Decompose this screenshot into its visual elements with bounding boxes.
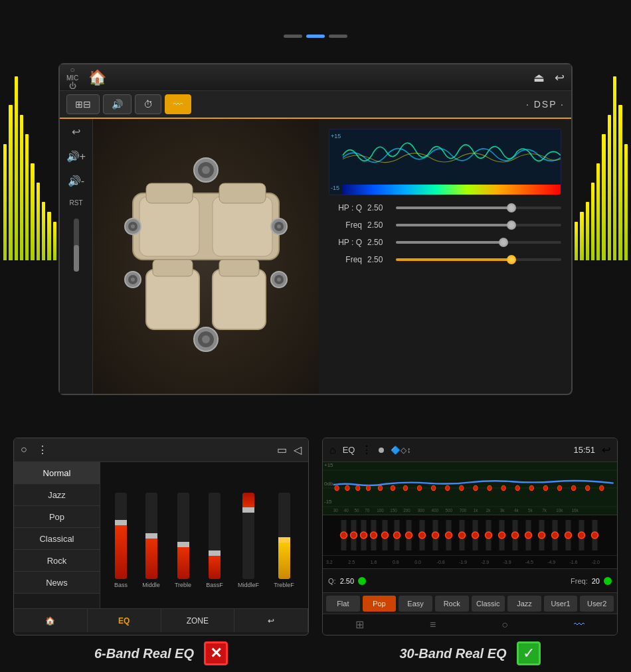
- svg-point-99: [432, 532, 439, 539]
- freq-value: 20: [592, 577, 600, 585]
- slider-4-track[interactable]: [396, 258, 561, 261]
- freq-lbl: -2.9: [481, 560, 503, 564]
- svg-text:150: 150: [390, 508, 397, 513]
- svg-point-31: [345, 485, 349, 490]
- tab-wave[interactable]: 〰: [165, 94, 191, 114]
- eq-bar: [9, 105, 12, 260]
- slider-2-track[interactable]: [396, 224, 561, 226]
- svg-point-94: [371, 532, 377, 539]
- fader-bassf-track[interactable]: [209, 493, 221, 579]
- fader-bass-label: Bass: [114, 582, 128, 588]
- slider-1-track[interactable]: [396, 207, 561, 209]
- preset-news[interactable]: News: [14, 572, 100, 594]
- svg-point-104: [499, 532, 505, 539]
- car-interior-svg: [113, 153, 299, 359]
- volume-up-icon[interactable]: 🔊+: [66, 150, 86, 163]
- circle-icon-bottom[interactable]: ○: [501, 619, 508, 631]
- nav-zone[interactable]: ZONE: [161, 609, 235, 632]
- preset-normal[interactable]: Normal: [14, 462, 100, 484]
- menu-icon[interactable]: ⋮: [37, 444, 48, 456]
- nav-home[interactable]: 🏠: [14, 609, 88, 632]
- preset-rock-30[interactable]: Rock: [435, 596, 469, 612]
- panel-6band: ○ ⋮ ▭ ◁ Normal Jazz Pop Classical Rock N…: [13, 438, 309, 635]
- eq-bar: [580, 212, 583, 260]
- eq-y-bottom: -15: [331, 185, 341, 191]
- volume-slider[interactable]: [74, 218, 79, 272]
- tab-speaker[interactable]: 🔊: [103, 94, 132, 114]
- lines-icon[interactable]: ≡: [430, 619, 436, 631]
- preset-pop[interactable]: Pop: [14, 506, 100, 528]
- eq-bar: [42, 202, 45, 260]
- svg-point-30: [335, 485, 339, 490]
- fader-treblef-track[interactable]: [278, 493, 290, 579]
- svg-point-101: [459, 532, 466, 539]
- slider-3-fill: [396, 241, 503, 244]
- q-value: 2.50: [340, 577, 354, 585]
- preset-pop-30[interactable]: Pop: [363, 596, 397, 612]
- freq-lbl: 0.8: [393, 560, 414, 564]
- freq-dot[interactable]: [604, 577, 612, 585]
- dot-2[interactable]: [306, 35, 325, 38]
- back-button[interactable]: ↩: [555, 70, 565, 85]
- svg-text:16k: 16k: [571, 508, 579, 513]
- fader-treble-track[interactable]: [177, 493, 189, 579]
- slider-4-thumb[interactable]: [507, 255, 516, 264]
- preset-easy[interactable]: Easy: [399, 596, 432, 612]
- svg-point-93: [361, 532, 367, 539]
- fader-treble: Treble: [175, 493, 191, 588]
- slider-2-value: 2.50: [367, 220, 391, 230]
- svg-text:400: 400: [431, 508, 438, 513]
- tab-equalizer[interactable]: ⊞⊟: [66, 94, 100, 114]
- svg-point-98: [419, 532, 426, 539]
- svg-point-33: [366, 485, 370, 490]
- dot-3[interactable]: [329, 35, 347, 38]
- eject-button[interactable]: ⏏: [533, 70, 545, 85]
- panel-6band-bottom-nav: 🏠 EQ ZONE ↩: [14, 608, 308, 632]
- back-icon-30band[interactable]: ↩: [602, 444, 610, 456]
- wave-icon-bottom[interactable]: 〰: [574, 619, 585, 631]
- svg-rect-3: [146, 183, 193, 203]
- tab-clock[interactable]: ⏱: [135, 94, 161, 114]
- preset-classic[interactable]: Classic: [472, 596, 505, 612]
- fader-bass: Bass: [114, 493, 128, 588]
- eq-bars-left: [0, 66, 60, 260]
- svg-rect-1: [139, 197, 199, 256]
- square-icon[interactable]: ▭: [277, 444, 287, 456]
- home-icon-30band[interactable]: ⌂: [329, 444, 336, 456]
- grid-icon[interactable]: ⊞: [355, 618, 364, 631]
- panel-30-controls: Q: 2.50 Freq: 20: [323, 568, 617, 592]
- rst-label[interactable]: RST: [70, 199, 83, 207]
- svg-point-26: [202, 335, 210, 343]
- slider-3-thumb[interactable]: [499, 238, 508, 247]
- panel-6band-top-bar: ○ ⋮ ▭ ◁: [14, 438, 308, 462]
- dot-1[interactable]: [284, 35, 302, 38]
- slider-row-4: Freq 2.50: [329, 255, 561, 264]
- fader-middle-label: Middle: [142, 582, 160, 588]
- preset-jazz-30[interactable]: Jazz: [507, 596, 541, 612]
- nav-back[interactable]: ↩: [234, 609, 308, 632]
- freq-lbl: -4.5: [525, 560, 547, 564]
- volume-down-icon[interactable]: 🔊-: [68, 175, 84, 187]
- fader-bass-track[interactable]: [115, 493, 127, 579]
- fader-middlef-track[interactable]: [242, 493, 254, 579]
- preset-flat[interactable]: Flat: [326, 596, 360, 612]
- fader-dots-area: [323, 515, 617, 555]
- fader-middle-track[interactable]: [145, 493, 157, 579]
- preset-user1[interactable]: User1: [544, 596, 578, 612]
- sidebar-back-icon[interactable]: ↩: [72, 126, 80, 138]
- nav-eq[interactable]: EQ: [88, 609, 161, 632]
- eq-bar: [47, 212, 50, 260]
- svg-point-38: [431, 485, 435, 490]
- dsp-panel: +15 -15 HP : Q 2.50: [319, 119, 571, 394]
- home-button[interactable]: 🏠: [88, 69, 106, 86]
- slider-1-thumb[interactable]: [507, 203, 516, 212]
- slider-3-track[interactable]: [396, 241, 561, 244]
- preset-classical[interactable]: Classical: [14, 528, 100, 550]
- preset-jazz[interactable]: Jazz: [14, 484, 100, 506]
- q-dot[interactable]: [358, 577, 366, 585]
- preset-rock[interactable]: Rock: [14, 550, 100, 572]
- back-icon-6band[interactable]: ◁: [294, 444, 302, 456]
- preset-user2[interactable]: User2: [580, 596, 614, 612]
- slider-2-thumb[interactable]: [507, 220, 516, 230]
- menu-icon-30band[interactable]: ⋮: [361, 444, 372, 456]
